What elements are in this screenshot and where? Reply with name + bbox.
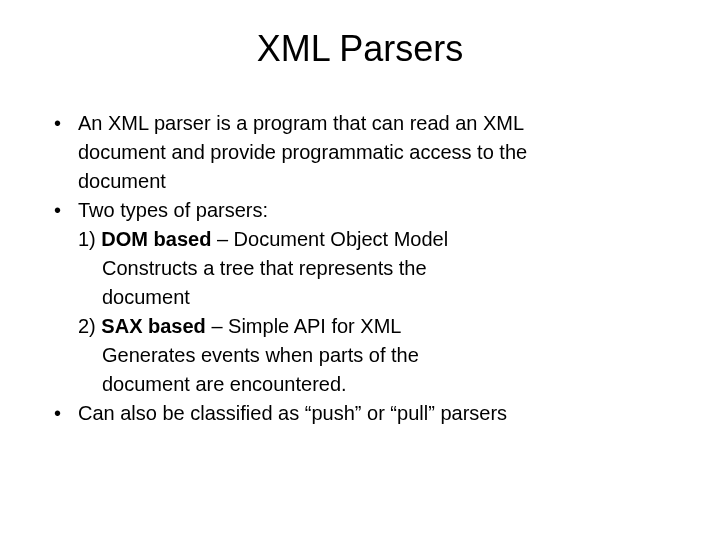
term-description: – Simple API for XML (206, 315, 402, 337)
numbered-item: 2) SAX based – Simple API for XML (40, 313, 680, 340)
bold-term: SAX based (101, 315, 205, 337)
number-prefix: 2) (78, 315, 101, 337)
bullet-text: Two types of parsers: (78, 199, 268, 221)
sub-description: document (40, 284, 680, 311)
bullet-text: An XML parser is a program that can read… (78, 112, 524, 134)
number-prefix: 1) (78, 228, 101, 250)
numbered-item: 1) DOM based – Document Object Model (40, 226, 680, 253)
bullet-continuation: document (40, 168, 680, 195)
bold-term: DOM based (101, 228, 211, 250)
bullet-item: Two types of parsers: (40, 197, 680, 224)
bullet-item: An XML parser is a program that can read… (40, 110, 680, 137)
sub-description: document are encountered. (40, 371, 680, 398)
term-description: – Document Object Model (211, 228, 448, 250)
bullet-text: Can also be classified as “push” or “pul… (78, 402, 507, 424)
bullet-continuation: document and provide programmatic access… (40, 139, 680, 166)
sub-description: Constructs a tree that represents the (40, 255, 680, 282)
slide-content: An XML parser is a program that can read… (40, 110, 680, 427)
bullet-item: Can also be classified as “push” or “pul… (40, 400, 680, 427)
sub-description: Generates events when parts of the (40, 342, 680, 369)
bullet-list: An XML parser is a program that can read… (40, 110, 680, 427)
slide-title: XML Parsers (40, 28, 680, 70)
